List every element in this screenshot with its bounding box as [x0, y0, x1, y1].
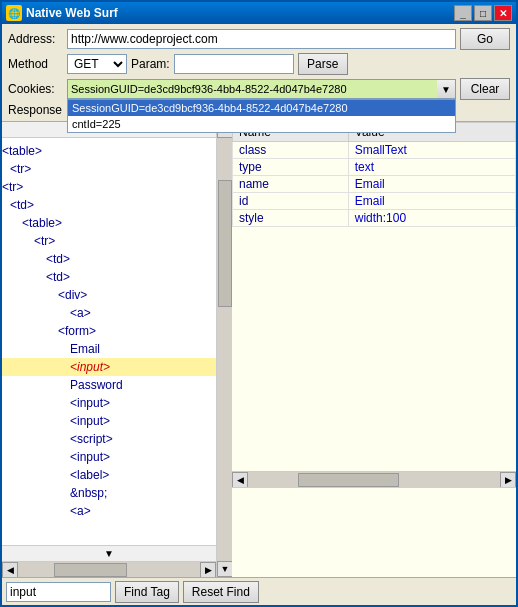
tree-item[interactable]: <script> [2, 430, 216, 448]
go-button[interactable]: Go [460, 28, 510, 50]
cookies-dropdown: SessionGUID=de3cd9bcf936-4bb4-8522-4d047… [67, 99, 456, 133]
prop-name: id [233, 193, 349, 210]
tree-item[interactable]: <form> [2, 322, 216, 340]
table-row: idEmail [233, 193, 516, 210]
minimize-button[interactable]: _ [454, 5, 472, 21]
tree-item[interactable]: <input> [2, 448, 216, 466]
method-label: Method [8, 57, 63, 71]
left-v-scrollbar: ▲ ▼ [216, 122, 232, 577]
tree-item[interactable]: <a> [2, 304, 216, 322]
tree-item[interactable]: <input> [2, 394, 216, 412]
response-label: Response [8, 103, 63, 117]
right-h-scroll-left[interactable]: ◀ [232, 472, 248, 488]
method-select[interactable]: GET POST PUT DELETE [67, 54, 127, 74]
title-bar-left: 🌐 Native Web Surf [6, 5, 118, 21]
left-panel-wrapper: ▲ <table><tr><tr><td><table><tr><td><td>… [2, 122, 232, 577]
tree-item[interactable]: <td> [2, 196, 216, 214]
param-input[interactable] [174, 54, 294, 74]
props-data-table: Name Value classSmallTexttypetextnameEma… [232, 122, 516, 227]
cookies-dropdown-arrow[interactable]: ▼ [437, 80, 455, 98]
tree-horizontal-scrollbar: ◀ ▶ [2, 561, 216, 577]
prop-name: name [233, 176, 349, 193]
tree-item[interactable]: Password [2, 376, 216, 394]
prop-value: Email [348, 193, 515, 210]
param-label: Param: [131, 57, 170, 71]
close-button[interactable]: ✕ [494, 5, 512, 21]
table-row: classSmallText [233, 142, 516, 159]
prop-name: type [233, 159, 349, 176]
left-tree-area: ▲ <table><tr><tr><td><table><tr><td><td>… [2, 122, 216, 577]
h-scroll-thumb[interactable] [54, 563, 127, 577]
h-scroll-track[interactable] [18, 562, 200, 578]
cookie-option-2[interactable]: cntId=225 [68, 116, 455, 132]
right-panel: Name Value classSmallTexttypetextnameEma… [232, 122, 516, 577]
address-input[interactable] [67, 29, 456, 49]
tree-item[interactable]: <tr> [2, 178, 216, 196]
address-label: Address: [8, 32, 63, 46]
tree-item[interactable]: <tr> [2, 160, 216, 178]
reset-find-button[interactable]: Reset Find [183, 581, 259, 603]
right-h-scroll-track[interactable] [248, 472, 500, 488]
cookies-row: Cookies: ▼ SessionGUID=de3cd9bcf936-4bb4… [8, 78, 510, 100]
maximize-button[interactable]: □ [474, 5, 492, 21]
method-row: Method GET POST PUT DELETE Param: Parse [8, 53, 510, 75]
tree-item[interactable]: &nbsp; [2, 484, 216, 502]
h-scroll-right[interactable]: ▶ [200, 562, 216, 578]
tree-item[interactable]: <input> [2, 358, 216, 376]
table-row: stylewidth:100 [233, 210, 516, 227]
main-window: 🌐 Native Web Surf _ □ ✕ Address: Go Meth… [0, 0, 518, 607]
tree-item[interactable]: Email [2, 340, 216, 358]
v-scroll-thumb[interactable] [218, 180, 232, 307]
prop-value: text [348, 159, 515, 176]
cookie-option-1[interactable]: SessionGUID=de3cd9bcf936-4bb4-8522-4d047… [68, 100, 455, 116]
find-tag-button[interactable]: Find Tag [115, 581, 179, 603]
tree-item[interactable]: <a> [2, 502, 216, 520]
table-row: typetext [233, 159, 516, 176]
h-scroll-left[interactable]: ◀ [2, 562, 18, 578]
right-h-scroll-thumb[interactable] [298, 473, 399, 487]
properties-table: Name Value classSmallTexttypetextnameEma… [232, 122, 516, 471]
cookies-input[interactable] [67, 79, 456, 99]
table-row: nameEmail [233, 176, 516, 193]
tree-item[interactable]: <table> [2, 142, 216, 160]
prop-value: Email [348, 176, 515, 193]
tree-item[interactable]: <table> [2, 214, 216, 232]
tree-content[interactable]: <table><tr><tr><td><table><tr><td><td><d… [2, 138, 216, 545]
tree-item[interactable]: <td> [2, 268, 216, 286]
prop-name: class [233, 142, 349, 159]
cookies-label: Cookies: [8, 82, 63, 96]
app-icon: 🌐 [6, 5, 22, 21]
clear-button[interactable]: Clear [460, 78, 510, 100]
tree-scroll-down[interactable]: ▼ [2, 545, 216, 561]
tree-item[interactable]: <td> [2, 250, 216, 268]
prop-name: style [233, 210, 349, 227]
title-bar: 🌐 Native Web Surf _ □ ✕ [2, 2, 516, 24]
main-area: ▲ <table><tr><tr><td><table><tr><td><td>… [2, 122, 516, 577]
parse-button[interactable]: Parse [298, 53, 348, 75]
bottom-bar: Find Tag Reset Find [2, 577, 516, 605]
tree-item[interactable]: <tr> [2, 232, 216, 250]
window-title: Native Web Surf [26, 6, 118, 20]
prop-value: SmallText [348, 142, 515, 159]
title-buttons: _ □ ✕ [454, 5, 512, 21]
tree-item[interactable]: <label> [2, 466, 216, 484]
tree-item[interactable]: <input> [2, 412, 216, 430]
find-input[interactable] [6, 582, 111, 602]
toolbar: Address: Go Method GET POST PUT DELETE P… [2, 24, 516, 122]
tree-item[interactable]: <div> [2, 286, 216, 304]
v-scroll-down[interactable]: ▼ [217, 561, 233, 577]
v-scroll-track[interactable] [217, 138, 232, 561]
cookies-wrapper: ▼ SessionGUID=de3cd9bcf936-4bb4-8522-4d0… [67, 79, 456, 99]
right-horizontal-scrollbar: ◀ ▶ [232, 471, 516, 487]
prop-value: width:100 [348, 210, 515, 227]
address-row: Address: Go [8, 28, 510, 50]
right-h-scroll-right[interactable]: ▶ [500, 472, 516, 488]
preview-area [232, 487, 516, 577]
